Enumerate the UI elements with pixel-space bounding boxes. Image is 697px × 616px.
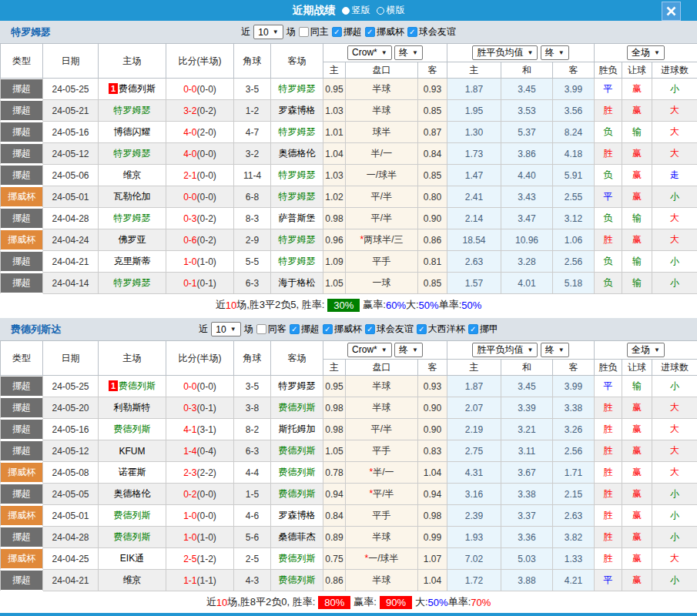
league-checkbox[interactable]: ✓挪超 bbox=[290, 323, 320, 336]
eu-home-cell: 2.07 bbox=[447, 397, 501, 419]
layout-horizontal-radio[interactable]: 横版 bbox=[377, 4, 405, 17]
league-checkbox[interactable]: ✓挪威杯 bbox=[323, 323, 362, 336]
scope-select[interactable]: 全场▼ bbox=[627, 45, 665, 60]
league-checkbox[interactable]: ✓球会友谊 bbox=[365, 323, 414, 336]
handicap-line: 球半 bbox=[373, 126, 391, 137]
league-badge: 挪超 bbox=[1, 571, 42, 590]
handicap-result-cell: 输 bbox=[622, 273, 652, 294]
same-home-checkbox[interactable]: 同主 bbox=[299, 25, 329, 38]
total-goals-cell: 大 bbox=[652, 440, 697, 462]
europe-time-select[interactable]: 终▼ bbox=[541, 343, 569, 357]
checkbox-checked-icon: ✓ bbox=[468, 324, 478, 334]
same-away-checkbox[interactable]: 同客 bbox=[256, 323, 287, 336]
eu-draw-cell: 5.37 bbox=[501, 122, 553, 143]
handicap-line: 平手 bbox=[373, 256, 391, 266]
handicap-result-cell: 赢 bbox=[622, 462, 652, 484]
corner-cell: 1-5 bbox=[234, 484, 271, 505]
col-home: 主场 bbox=[99, 44, 166, 79]
league-checkbox[interactable]: ✓挪甲 bbox=[468, 323, 498, 336]
eu-draw-cell: 3.88 bbox=[501, 570, 553, 591]
layout-vertical-radio[interactable]: 竖版 bbox=[342, 4, 370, 17]
handicap-cell: 平手 bbox=[346, 505, 418, 527]
handicap-result-cell: 赢 bbox=[622, 570, 652, 591]
league-cell: 挪威杯 bbox=[1, 186, 43, 208]
eu-draw-cell: 3.39 bbox=[501, 397, 553, 419]
result-cell: 胜 bbox=[595, 100, 622, 122]
recent-count-value: 10 bbox=[216, 324, 226, 335]
home-team-name: 费德列斯 bbox=[114, 510, 151, 521]
away-odds-cell: 0.93 bbox=[418, 79, 447, 100]
odds-time-select[interactable]: 终▼ bbox=[394, 343, 423, 357]
dialog-title: 近期战绩 bbox=[293, 4, 336, 18]
score-cell: 1-0(0-0) bbox=[166, 505, 234, 527]
total-goals-cell: 大 bbox=[652, 229, 697, 251]
handicap-cell: 平/半 bbox=[346, 419, 418, 440]
corner-cell: 5-6 bbox=[234, 527, 271, 548]
corner-cell: 8-2 bbox=[234, 419, 271, 440]
europe-time-select[interactable]: 终▼ bbox=[541, 45, 569, 60]
summary-segment: 赢率: bbox=[354, 595, 377, 609]
summary-segment: 30% bbox=[327, 299, 360, 312]
league-handicap-trend-tab[interactable]: 联赛盘路走势 bbox=[0, 613, 697, 616]
close-button[interactable] bbox=[662, 2, 681, 21]
result-cell: 胜 bbox=[595, 419, 622, 440]
europe-odds-select[interactable]: 胜平负均值▼ bbox=[472, 343, 538, 357]
col-asian-home: 主 bbox=[323, 62, 346, 79]
handicap-line: 一/球半 bbox=[367, 169, 397, 180]
league-badge: 挪威杯 bbox=[1, 506, 42, 525]
eu-draw-cell: 3.45 bbox=[501, 79, 553, 100]
score-cell: 0-0(0-0) bbox=[166, 186, 234, 208]
halftime-score: (0-0) bbox=[197, 511, 216, 521]
chevron-down-icon: ▼ bbox=[381, 346, 387, 353]
eu-away-cell: 2.55 bbox=[553, 186, 595, 208]
handicap-cell: *半/一 bbox=[346, 462, 418, 484]
recent-count-select[interactable]: 10 ▼ bbox=[253, 25, 283, 39]
halftime-score: (0-0) bbox=[197, 489, 216, 500]
result-cell: 负 bbox=[595, 273, 622, 294]
total-goals-cell: 走 bbox=[652, 165, 697, 186]
league-cell: 挪超 bbox=[1, 419, 43, 440]
away-odds-cell: 0.86 bbox=[418, 229, 447, 251]
total-goals-cell: 大 bbox=[652, 548, 697, 570]
summary-segment: 10 bbox=[216, 597, 227, 608]
scope-select[interactable]: 全场▼ bbox=[627, 343, 665, 357]
home-odds-cell: 0.95 bbox=[323, 79, 346, 100]
layout-vertical-label: 竖版 bbox=[352, 4, 370, 17]
odds-time-select[interactable]: 终▼ bbox=[394, 45, 423, 60]
near-label: 近 bbox=[199, 323, 208, 336]
date-cell: 24-05-01 bbox=[43, 186, 99, 208]
home-odds-cell: 0.94 bbox=[323, 484, 346, 505]
corner-cell: 4-4 bbox=[234, 462, 271, 484]
league-checkbox[interactable]: ✓挪超 bbox=[332, 25, 362, 38]
eu-home-cell: 18.54 bbox=[447, 229, 501, 251]
away-team-cell: 特罗姆瑟 bbox=[271, 122, 323, 143]
europe-odds-select[interactable]: 胜平负均值▼ bbox=[472, 45, 538, 60]
match-row: 挪威杯24-05-01瓦勒伦加0-0(0-0)6-8特罗姆瑟1.02平/半0.8… bbox=[1, 186, 697, 208]
league-checkbox[interactable]: ✓大西洋杯 bbox=[417, 323, 465, 336]
away-odds-cell: 0.85 bbox=[418, 100, 447, 122]
home-odds-cell: 1.05 bbox=[323, 273, 346, 294]
league-checkbox[interactable]: ✓挪威杯 bbox=[365, 25, 404, 38]
away-team-cell: 费德列斯 bbox=[271, 484, 323, 505]
layout-horizontal-label: 横版 bbox=[387, 4, 405, 17]
eu-draw-cell: 4.40 bbox=[501, 165, 553, 186]
eu-away-cell: 4.18 bbox=[553, 143, 595, 165]
league-checkbox[interactable]: ✓球会友谊 bbox=[407, 25, 456, 38]
result-cell: 胜 bbox=[595, 397, 622, 419]
odds-company-select[interactable]: Crow*▼ bbox=[347, 343, 392, 357]
away-odds-cell: 0.90 bbox=[418, 397, 447, 419]
col-eu-away: 客 bbox=[553, 360, 595, 376]
recent-count-select[interactable]: 10 ▼ bbox=[211, 322, 240, 336]
handicap-result-cell: 赢 bbox=[622, 143, 652, 165]
league-checkbox-label: 挪甲 bbox=[480, 323, 498, 336]
odds-company-select[interactable]: Crow*▼ bbox=[347, 45, 392, 60]
home-team-cell: 特罗姆瑟 bbox=[99, 273, 166, 294]
league-cell: 挪超 bbox=[1, 570, 43, 591]
chevron-down-icon: ▼ bbox=[654, 49, 660, 56]
halftime-score: (0-1) bbox=[197, 403, 216, 413]
match-row: 挪超24-04-14特罗姆瑟0-1(0-1)6-3海于格松1.05一球0.851… bbox=[1, 273, 697, 294]
corner-cell: 5-5 bbox=[234, 251, 271, 273]
league-cell: 挪超 bbox=[1, 165, 43, 186]
home-team-cell: 维京 bbox=[99, 165, 166, 186]
summary-segment: 大: bbox=[415, 595, 428, 609]
